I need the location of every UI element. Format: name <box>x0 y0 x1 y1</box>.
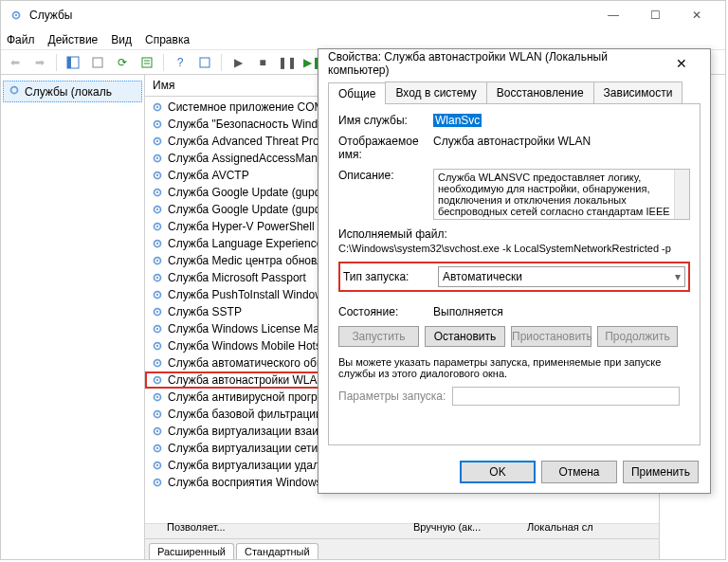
dialog-close-button[interactable]: ✕ <box>664 56 701 71</box>
service-name: Служба автоматического обнар <box>168 356 336 370</box>
service-name: Служба AssignedAccessManager <box>168 152 340 165</box>
properties-dialog: Свойства: Служба автонастройки WLAN (Лок… <box>318 48 711 494</box>
startup-params-input[interactable] <box>452 387 680 406</box>
startup-params-hint: Вы можете указать параметры запуска, при… <box>338 356 690 379</box>
stop-button[interactable]: Остановить <box>425 326 505 347</box>
svg-point-49 <box>156 430 158 432</box>
service-name: Служба антивирусной программ <box>168 390 339 404</box>
refresh-button[interactable]: ⟳ <box>112 52 133 73</box>
footer-startup: Вручную (ак... <box>394 521 508 538</box>
description-scrollbar[interactable] <box>674 170 689 219</box>
service-name: Служба виртуализации удаленн <box>168 459 338 472</box>
tool-button[interactable] <box>194 52 215 73</box>
window-title: Службы <box>29 9 72 22</box>
svg-point-41 <box>156 362 158 364</box>
tab-dependencies[interactable]: Зависимости <box>593 82 683 103</box>
svg-point-33 <box>156 294 158 296</box>
ok-button[interactable]: OK <box>460 461 536 483</box>
value-description[interactable]: Служба WLANSVC предоставляет логику, нео… <box>433 169 690 220</box>
service-name: Служба "Безопасность Windows" <box>168 118 342 131</box>
label-state: Состояние: <box>338 305 433 318</box>
label-display-name: Отображаемое имя: <box>338 135 433 161</box>
svg-point-23 <box>156 208 158 210</box>
svg-point-35 <box>156 311 158 313</box>
service-name: Служба Medic центра обновлени <box>168 254 342 267</box>
service-name: Служба восприятия Windows <box>168 476 322 489</box>
pause-button[interactable]: Приостановить <box>511 326 592 347</box>
footer-description: Позволяет... <box>148 521 262 538</box>
service-name: Системное приложение COM+ <box>168 100 331 114</box>
help-button[interactable]: ? <box>170 52 191 73</box>
dialog-title: Свойства: Служба автонастройки WLAN (Лок… <box>328 50 664 77</box>
svg-point-15 <box>156 140 158 142</box>
maximize-button[interactable]: ☐ <box>634 2 676 28</box>
apply-button[interactable]: Применить <box>623 461 699 483</box>
tree-pane: Службы (локаль <box>1 75 145 559</box>
svg-rect-4 <box>93 58 102 67</box>
services-window: Службы — ☐ ✕ Файл Действие Вид Справка ⬅… <box>0 0 726 560</box>
value-service-name[interactable]: WlanSvc <box>433 114 482 127</box>
tab-extended[interactable]: Расширенный <box>149 543 234 559</box>
label-executable: Исполняемый файл: <box>338 227 447 241</box>
pause-service-button[interactable]: ❚❚ <box>277 52 298 73</box>
back-button[interactable]: ⬅ <box>5 52 26 73</box>
svg-point-31 <box>156 277 158 279</box>
svg-point-37 <box>156 328 158 330</box>
svg-point-1 <box>15 14 17 16</box>
service-name: Служба виртуализации сети <box>168 442 318 455</box>
svg-point-53 <box>156 464 158 466</box>
service-name: Служба SSTP <box>168 305 242 318</box>
stop-service-button[interactable]: ■ <box>252 52 273 73</box>
label-startup-type: Тип запуска: <box>343 270 438 283</box>
show-hide-tree-button[interactable] <box>63 52 83 73</box>
cancel-button[interactable]: Отмена <box>541 461 617 483</box>
view-tabs: Расширенный Стандартный <box>145 538 659 559</box>
svg-point-13 <box>156 123 158 125</box>
service-name: Служба Windows Mobile Hotspot <box>168 339 337 353</box>
tree-root[interactable]: Службы (локаль <box>3 81 142 102</box>
menu-action[interactable]: Действие <box>48 33 99 46</box>
svg-point-25 <box>156 226 158 227</box>
services-icon <box>8 83 21 100</box>
svg-point-27 <box>156 243 158 245</box>
svg-point-17 <box>156 157 158 159</box>
label-service-name: Имя службы: <box>338 114 433 127</box>
chevron-down-icon: ▾ <box>675 270 681 283</box>
svg-rect-8 <box>200 58 209 67</box>
start-service-button[interactable]: ▶ <box>228 52 248 73</box>
forward-button[interactable]: ➡ <box>29 52 50 73</box>
svg-point-29 <box>156 260 158 262</box>
tree-root-label: Службы (локаль <box>25 85 112 99</box>
start-button[interactable]: Запустить <box>338 326 419 347</box>
tab-logon[interactable]: Вход в систему <box>385 82 486 103</box>
menu-view[interactable]: Вид <box>111 33 132 46</box>
menu-file[interactable]: Файл <box>7 33 35 46</box>
properties-button[interactable] <box>136 52 157 73</box>
startup-type-select[interactable]: Автоматически ▾ <box>438 266 685 287</box>
tab-recovery[interactable]: Восстановление <box>486 82 594 103</box>
service-name: Служба Microsoft Passport <box>168 271 306 284</box>
menubar: Файл Действие Вид Справка <box>1 29 725 50</box>
label-description: Описание: <box>338 169 433 182</box>
value-state: Выполняется <box>433 305 690 318</box>
export-button[interactable] <box>87 52 108 73</box>
close-button[interactable]: ✕ <box>676 2 718 28</box>
status-row: Позволяет... Вручную (ак... Локальная сл <box>148 521 725 538</box>
tab-standard[interactable]: Стандартный <box>236 543 318 559</box>
service-name: Служба автонастройки WLAN <box>168 373 325 387</box>
svg-point-45 <box>156 396 158 398</box>
service-name: Служба Google Update (gupdate <box>168 203 337 216</box>
value-executable: C:\Windows\system32\svchost.exe -k Local… <box>338 243 671 254</box>
svg-point-21 <box>156 191 158 193</box>
resume-button[interactable]: Продолжить <box>597 326 678 347</box>
value-display-name: Служба автонастройки WLAN <box>433 135 690 148</box>
service-name: Служба AVCTP <box>168 169 249 182</box>
titlebar: Службы — ☐ ✕ <box>1 1 725 29</box>
dialog-titlebar: Свойства: Служба автонастройки WLAN (Лок… <box>318 49 710 78</box>
svg-point-55 <box>156 481 158 483</box>
service-name: Служба Google Update (gupdate) <box>168 186 340 199</box>
tab-general[interactable]: Общие <box>328 82 386 104</box>
svg-point-19 <box>156 174 158 176</box>
minimize-button[interactable]: — <box>592 2 634 28</box>
menu-help[interactable]: Справка <box>145 33 190 46</box>
